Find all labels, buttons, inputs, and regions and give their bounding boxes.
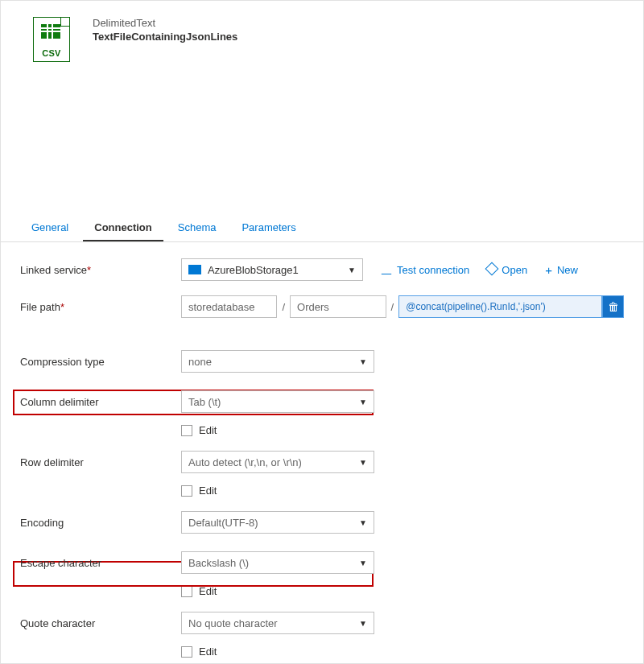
file-path-container-input[interactable]: storedatabase (181, 295, 277, 318)
file-path-directory-input[interactable]: Orders (290, 295, 386, 318)
compression-type-dropdown[interactable]: none▼ (181, 350, 374, 373)
chevron-down-icon: ▼ (359, 619, 367, 628)
delete-expression-button[interactable]: 🗑 (602, 295, 624, 318)
quote-character-edit-checkbox[interactable] (181, 646, 192, 658)
chevron-down-icon: ▼ (348, 266, 356, 274)
tab-strip: General Connection Schema Parameters (1, 215, 643, 242)
encoding-dropdown[interactable]: Default(UTF-8)▼ (181, 511, 374, 534)
escape-character-dropdown[interactable]: Backslash (\)▼ (181, 551, 374, 574)
tab-general[interactable]: General (20, 215, 80, 241)
pencil-icon (487, 264, 497, 276)
column-delimiter-label: Column delimiter (20, 396, 181, 408)
row-delimiter-dropdown[interactable]: Auto detect (\r,\n, or \r\n)▼ (181, 451, 374, 473)
test-connection-button[interactable]: Test connection (381, 262, 469, 277)
escape-character-edit-checkbox[interactable] (181, 586, 192, 597)
path-separator: / (277, 301, 290, 313)
plus-icon: + (545, 263, 552, 277)
quote-character-edit-label: Edit (199, 645, 217, 658)
dataset-type-label: DelimitedText (93, 17, 237, 29)
flask-icon (381, 262, 392, 277)
path-separator: / (386, 301, 399, 313)
linked-service-dropdown[interactable]: AzureBlobStorage1 ▼ (181, 258, 363, 281)
chevron-down-icon: ▼ (359, 559, 367, 567)
chevron-down-icon: ▼ (359, 518, 367, 527)
file-path-label: File path (20, 301, 181, 313)
open-button[interactable]: Open (487, 264, 527, 276)
tab-connection[interactable]: Connection (83, 215, 163, 241)
chevron-down-icon: ▼ (359, 398, 367, 406)
column-delimiter-dropdown[interactable]: Tab (\t)▼ (181, 390, 374, 413)
new-button[interactable]: +New (545, 263, 578, 277)
trash-icon: 🗑 (608, 300, 619, 313)
chevron-down-icon: ▼ (359, 458, 367, 467)
linked-service-value: AzureBlobStorage1 (208, 264, 299, 276)
tab-parameters[interactable]: Parameters (230, 215, 307, 241)
quote-character-label: Quote character (20, 617, 181, 629)
escape-character-label: Escape character (20, 557, 181, 569)
tab-schema[interactable]: Schema (167, 215, 228, 241)
column-delimiter-edit-checkbox[interactable] (181, 425, 192, 436)
row-delimiter-label: Row delimiter (20, 456, 181, 468)
file-path-expression-input[interactable]: @concat(pipeline().RunId,'.json') (398, 295, 602, 318)
column-delimiter-edit-label: Edit (199, 424, 217, 436)
compression-type-label: Compression type (20, 356, 181, 368)
row-delimiter-edit-label: Edit (199, 485, 217, 497)
dataset-name: TextFileContainingJsonLines (93, 31, 237, 43)
chevron-down-icon: ▼ (359, 357, 367, 366)
encoding-label: Encoding (20, 517, 181, 529)
storage-account-icon (188, 265, 201, 274)
dataset-header: CSV DelimitedText TextFileContainingJson… (1, 1, 643, 62)
csv-file-icon: CSV (33, 17, 70, 62)
quote-character-dropdown[interactable]: No quote character▼ (181, 612, 374, 634)
escape-character-edit-label: Edit (199, 585, 217, 597)
linked-service-label: Linked service (20, 264, 181, 276)
row-delimiter-edit-checkbox[interactable] (181, 485, 192, 497)
